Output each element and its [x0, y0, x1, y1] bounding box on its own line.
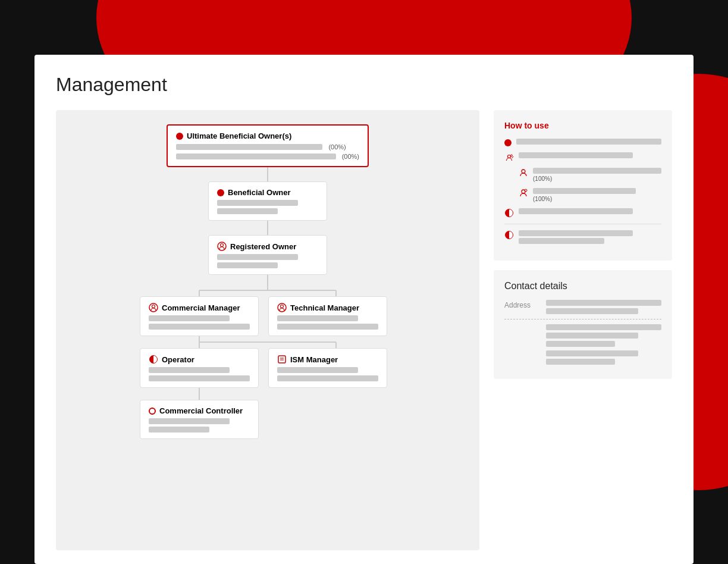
contact-address-label: Address — [504, 300, 540, 314]
ism-manager-node[interactable]: ISM Manager — [268, 348, 387, 388]
how-to-use-item-3: (100%) — [519, 168, 661, 182]
operator-header: Operator — [149, 355, 250, 364]
ism-bar-1 — [277, 367, 358, 373]
svg-point-18 — [508, 155, 511, 158]
htu-bars-1 — [516, 139, 661, 145]
sidebar: How to use — [494, 110, 672, 550]
how-to-use-item-1 — [504, 139, 661, 146]
htu-person-icon-4 — [519, 188, 528, 198]
ubo-bar-row-1: (00%) — [176, 143, 359, 151]
registered-owner-node[interactable]: Registered Owner — [208, 235, 327, 275]
svg-point-9 — [281, 305, 284, 308]
svg-rect-14 — [278, 356, 285, 363]
svg-point-7 — [152, 305, 155, 308]
contact-bars-3 — [546, 350, 661, 365]
ubo-label: Ultimate Beneficial Owner(s) — [187, 131, 291, 140]
operator-col: Operator — [140, 348, 259, 388]
contact-address-row: Address — [504, 300, 661, 314]
bo-bars — [217, 200, 318, 214]
bo-label: Beneficial Owner — [228, 188, 290, 197]
tm-label: Technical Manager — [290, 303, 359, 312]
operator-node[interactable]: Operator — [140, 348, 259, 388]
technical-manager-node[interactable]: Technical Manager — [268, 296, 387, 336]
htu-bars-4: (100%) — [533, 188, 661, 202]
htu-bars-2 — [519, 152, 661, 158]
cc-header: Commercial Controller — [149, 406, 250, 415]
ubo-percent-1: (00%) — [328, 143, 346, 151]
ubo-percent-2: (00%) — [342, 153, 359, 160]
contact-label-2 — [504, 324, 540, 347]
cm-label: Commercial Manager — [162, 303, 240, 312]
tm-bar-2 — [277, 324, 378, 330]
ro-bar-1 — [217, 254, 298, 260]
page-title: Management — [56, 74, 672, 96]
branch-h-container-2 — [140, 336, 396, 348]
htu-bar-5a — [519, 208, 633, 214]
how-to-use-item-2 — [504, 152, 661, 162]
cc-row: Commercial Controller — [140, 400, 396, 439]
ubo-header: Ultimate Beneficial Owner(s) — [176, 131, 359, 140]
svg-point-20 — [522, 170, 525, 173]
cm-icon — [149, 303, 158, 312]
htu-bar-1a — [516, 139, 661, 145]
ism-bars — [277, 367, 378, 381]
cm-bar-2 — [149, 324, 250, 330]
ubo-bar-2 — [176, 153, 336, 159]
ro-bar-2 — [217, 262, 278, 268]
contact-row-3 — [504, 350, 661, 365]
svg-point-19 — [511, 155, 513, 156]
how-to-use-item-4: (100%) — [519, 188, 661, 202]
ubo-dot-icon — [176, 133, 183, 140]
ism-icon — [277, 355, 287, 364]
htu-bars-6 — [519, 230, 661, 244]
cc-bars — [149, 418, 250, 433]
ubo-bar-row-2: (00%) — [176, 153, 359, 160]
cc-connector-container — [140, 388, 396, 400]
ubo-node[interactable]: Ultimate Beneficial Owner(s) (00%) (00%) — [167, 124, 369, 167]
htu-person-icon-3 — [519, 168, 528, 177]
cc-ring-icon — [149, 408, 156, 415]
how-to-use-title: How to use — [504, 121, 661, 130]
ro-bars — [217, 254, 318, 268]
contact-bar-2 — [546, 308, 638, 314]
operator-bar-1 — [149, 367, 230, 373]
contact-card: Contact details Address — [494, 270, 672, 379]
ism-header: ISM Manager — [277, 355, 378, 364]
commercial-manager-node[interactable]: Commercial Manager — [140, 296, 259, 336]
beneficial-owner-node[interactable]: Beneficial Owner — [208, 181, 327, 221]
htu-100-1: (100%) — [533, 176, 661, 182]
connector-ubo-bo — [267, 167, 268, 181]
operator-ism-branch: Operator — [140, 348, 396, 388]
how-to-use-card: How to use — [494, 110, 672, 261]
branch-svg-1 — [140, 284, 396, 296]
cc-label: Commercial Controller — [159, 406, 243, 415]
ubo-bars: (00%) (00%) — [176, 143, 359, 160]
operator-label: Operator — [162, 355, 194, 364]
cm-col: Commercial Manager — [140, 296, 259, 336]
ubo-bar-1 — [176, 144, 322, 150]
tm-bars — [277, 315, 378, 330]
branch-svg-2 — [140, 336, 396, 348]
htu-bars-5 — [519, 208, 661, 214]
cc-bar-2 — [149, 427, 209, 433]
ro-header: Registered Owner — [217, 242, 318, 251]
how-to-use-item-5 — [504, 208, 661, 218]
cm-bar-1 — [149, 315, 230, 321]
tm-header: Technical Manager — [277, 303, 378, 312]
operator-bars — [149, 367, 250, 381]
contact-bar-4 — [546, 333, 638, 339]
bo-dot-icon — [217, 189, 224, 196]
ism-label: ISM Manager — [290, 355, 338, 364]
operator-bar-2 — [149, 375, 250, 381]
htu-toggle-icon-6 — [504, 230, 514, 240]
tm-icon — [277, 303, 287, 312]
commercial-controller-node[interactable]: Commercial Controller — [140, 400, 259, 439]
htu-toggle-icon-5 — [504, 208, 514, 218]
contact-bar-1 — [546, 300, 661, 306]
htu-bar-6a — [519, 230, 633, 236]
cc-bar-1 — [149, 418, 230, 424]
bo-bar-1 — [217, 200, 298, 206]
htu-bars-3: (100%) — [533, 168, 661, 182]
connector-ro-branch — [267, 275, 268, 284]
bo-bar-2 — [217, 208, 278, 214]
